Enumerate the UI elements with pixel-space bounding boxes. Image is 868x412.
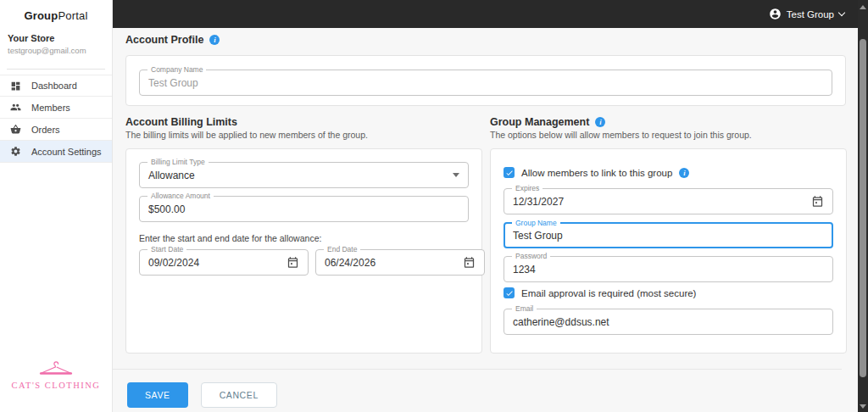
email-label: Email — [512, 304, 537, 313]
billing-limits-subtitle: The billing limits will be applied to ne… — [125, 130, 368, 140]
billing-limits-header: Account Billing Limits — [125, 116, 237, 128]
allowance-amount-field: Allowance Amount — [139, 196, 469, 222]
store-name: Your Store — [8, 33, 104, 43]
group-management-card: Allow members to link to this group i Ex… — [490, 148, 847, 354]
billing-limit-type-label: Billing Limit Type — [147, 158, 209, 166]
allowance-amount-label: Allowance Amount — [147, 192, 214, 200]
sidebar-item-label: Orders — [31, 125, 60, 135]
sidebar-item-dashboard[interactable]: Dashboard — [0, 75, 112, 97]
email-approval-row: Email approval is required (most secure) — [504, 287, 833, 298]
select-caret-icon[interactable] — [453, 173, 459, 177]
store-brand-name: CAT'S CLOTHING — [0, 381, 112, 390]
sidebar: GroupPortal Your Store testgroup@gmail.c… — [0, 0, 113, 412]
sidebar-item-account-settings[interactable]: Account Settings — [0, 141, 112, 163]
scroll-up-arrow-icon[interactable] — [860, 5, 866, 9]
account-profile-header: Account Profile i — [125, 34, 220, 46]
expires-field: Expires — [504, 188, 833, 214]
app-logo: GroupPortal — [0, 0, 112, 22]
sidebar-item-members[interactable]: Members — [0, 97, 112, 119]
expires-label: Expires — [512, 184, 542, 192]
members-icon — [10, 102, 21, 113]
date-range-helper-text: Enter the start and end date for the all… — [139, 233, 469, 243]
expires-calendar-button[interactable] — [811, 195, 824, 208]
store-email: testgroup@gmail.com — [8, 46, 104, 55]
sidebar-item-label: Account Settings — [31, 147, 102, 157]
calendar-icon — [287, 256, 299, 269]
store-brand-logo: CAT'S CLOTHING — [0, 361, 112, 390]
save-button[interactable]: SAVE — [127, 382, 188, 408]
calendar-icon — [811, 195, 824, 208]
email-field: Email — [504, 309, 833, 335]
password-field: Password — [504, 256, 833, 282]
orders-icon — [10, 124, 21, 135]
vertical-scrollbar[interactable] — [858, 0, 868, 412]
cancel-button[interactable]: CANCEL — [201, 382, 277, 408]
allow-link-checkbox[interactable] — [504, 167, 515, 178]
group-name-input[interactable] — [513, 230, 824, 242]
scroll-down-arrow-icon[interactable] — [860, 404, 866, 409]
user-menu-button[interactable]: Test Group — [769, 8, 844, 20]
company-name-field: Company Name — [139, 70, 832, 96]
company-name-label: Company Name — [147, 65, 206, 74]
billing-limit-type-value: Allowance — [148, 170, 446, 181]
allow-link-label: Allow members to link to this group — [521, 168, 672, 178]
group-name-field: Group Name — [504, 222, 833, 248]
gear-icon — [10, 146, 21, 157]
billing-limits-card: Billing Limit Type Allowance Allowance A… — [125, 148, 482, 354]
dashboard-icon — [10, 81, 21, 92]
expires-input[interactable] — [513, 196, 804, 208]
company-name-input[interactable] — [148, 77, 823, 89]
checkmark-icon — [505, 289, 514, 298]
start-date-label: Start Date — [147, 245, 186, 253]
group-management-subtitle: The options below will allow members to … — [490, 130, 752, 140]
account-profile-card: Company Name — [125, 55, 846, 106]
start-date-field: Start Date — [139, 249, 309, 276]
info-icon[interactable]: i — [209, 35, 220, 45]
sidebar-divider — [7, 69, 105, 70]
sidebar-item-label: Dashboard — [31, 81, 77, 91]
date-range-row: Start Date End Date — [139, 249, 469, 276]
hanger-icon — [37, 361, 75, 380]
scrollbar-thumb[interactable] — [860, 39, 866, 377]
info-icon[interactable]: i — [595, 117, 605, 127]
chevron-down-icon — [838, 9, 845, 16]
email-approval-label: Email approval is required (most secure) — [521, 288, 696, 298]
app-logo-rest: Portal — [58, 9, 87, 22]
allow-link-row: Allow members to link to this group i — [504, 167, 833, 178]
user-menu-label: Test Group — [787, 9, 834, 19]
start-date-input[interactable] — [148, 257, 280, 269]
account-profile-title: Account Profile — [125, 34, 203, 46]
group-management-header: Group Management i — [490, 116, 605, 128]
password-input[interactable] — [513, 264, 824, 276]
sidebar-nav: Dashboard Members Orders Account Setting… — [0, 75, 112, 163]
email-approval-checkbox[interactable] — [504, 287, 515, 298]
sidebar-item-orders[interactable]: Orders — [0, 119, 112, 141]
group-name-label: Group Name — [512, 219, 560, 227]
billing-limit-type-select[interactable]: Billing Limit Type Allowance — [139, 162, 469, 188]
billing-limits-title: Account Billing Limits — [125, 116, 237, 128]
footer-divider — [113, 369, 842, 370]
main-content: Account Profile i Company Name Account B… — [113, 28, 858, 412]
group-management-title: Group Management — [490, 116, 589, 128]
form-actions: SAVE CANCEL — [127, 382, 277, 408]
info-icon[interactable]: i — [679, 168, 689, 178]
start-date-calendar-button[interactable] — [287, 256, 299, 269]
checkmark-icon — [505, 169, 514, 177]
allowance-amount-input[interactable] — [148, 203, 459, 215]
app-logo-bold: Group — [24, 9, 58, 22]
end-date-input[interactable] — [325, 257, 456, 269]
sidebar-item-label: Members — [31, 103, 70, 113]
user-avatar-icon — [769, 8, 782, 20]
end-date-calendar-button[interactable] — [463, 256, 476, 269]
calendar-icon — [463, 256, 476, 269]
store-info: Your Store testgroup@gmail.com — [0, 22, 112, 64]
end-date-field: End Date — [315, 249, 485, 276]
end-date-label: End Date — [324, 245, 360, 253]
topbar: Test Group — [113, 0, 868, 28]
password-label: Password — [512, 252, 550, 260]
email-input[interactable] — [513, 316, 824, 328]
